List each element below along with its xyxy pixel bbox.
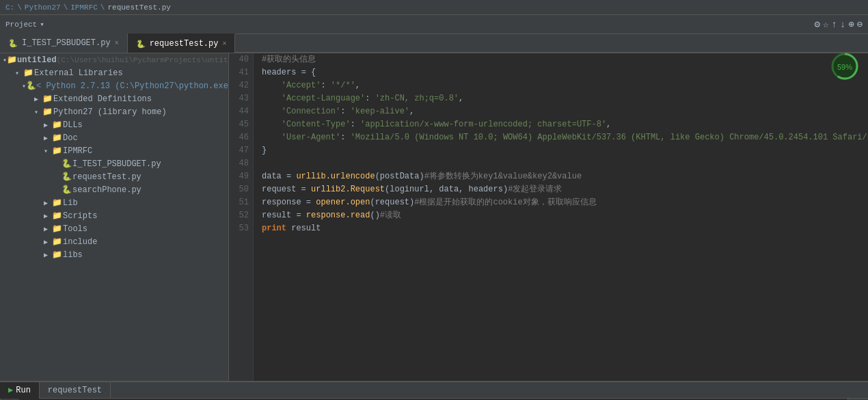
up-arrow-icon[interactable]: ↑ bbox=[831, 19, 837, 30]
python-icon: 🐍 bbox=[26, 81, 36, 91]
sidebar-item-dlls[interactable]: ▶ 📁 DLLs bbox=[0, 118, 228, 131]
project-dropdown[interactable]: Project ▾ bbox=[5, 20, 44, 29]
expand-arrow-external: ▾ bbox=[12, 69, 22, 77]
sidebar-label-ipmrfc: IPMRFC bbox=[63, 146, 92, 156]
chevron-down-icon: ▾ bbox=[40, 20, 44, 29]
py-file-icon-reqtest: 🐍 bbox=[60, 172, 72, 182]
breadcrumb-sep2: \ bbox=[64, 3, 68, 12]
folder-icon-lib: 📁 bbox=[51, 198, 63, 208]
sidebar-label-search: searchPhone.py bbox=[72, 185, 141, 195]
expand-arrow-ipmrfc: ▾ bbox=[41, 147, 51, 155]
tab-i-test-close[interactable]: × bbox=[115, 40, 119, 47]
project-sidebar: ▾ 📁 untitled (C:\Users\huihui\PycharmPro… bbox=[0, 53, 229, 381]
sidebar-label-reqtest: requestTest.py bbox=[72, 172, 141, 182]
main-layout: ▾ 📁 untitled (C:\Users\huihui\PycharmPro… bbox=[0, 53, 868, 381]
sidebar-item-extended-defs[interactable]: ▶ 📁 Extended Definitions bbox=[0, 92, 228, 105]
sidebar-label-python27: < Python 2.7.13 (C:\Python27\python.exe)… bbox=[36, 81, 229, 91]
tab-requesttest-label: requestTest.py bbox=[150, 39, 219, 49]
sidebar-label-dlls: DLLs bbox=[63, 120, 83, 130]
sidebar-item-libs[interactable]: ▶ 📁 libs bbox=[0, 248, 228, 261]
breadcrumb-c: C: bbox=[5, 3, 14, 12]
tab-i-test[interactable]: 🐍 I_TEST_PSBUDGET.py × bbox=[0, 34, 128, 53]
project-label: Project bbox=[5, 21, 37, 29]
expand-arrow-extdefs: ▶ bbox=[31, 95, 41, 103]
bottom-tab-run-label: Run bbox=[16, 386, 31, 395]
breadcrumb-python27: Python27 bbox=[25, 3, 61, 12]
top-breadcrumb: C: \ Python27 \ IPMRFC \ requestTest.py bbox=[0, 0, 868, 15]
sidebar-item-i-test-file[interactable]: ▶ 🐍 I_TEST_PSBUDGET.py bbox=[0, 157, 228, 170]
py-file-icon-itest: 🐍 bbox=[60, 159, 72, 169]
folder-icon-doc: 📁 bbox=[51, 133, 63, 143]
bottom-tab-run[interactable]: ▶ Run bbox=[0, 382, 40, 399]
down-arrow-icon[interactable]: ↓ bbox=[840, 19, 845, 30]
folder-icon-ipmrfc: 📁 bbox=[51, 146, 63, 156]
sidebar-label-doc: Doc bbox=[63, 133, 78, 143]
progress-overlay: 59% bbox=[830, 53, 860, 84]
folder-icon-dlls: 📁 bbox=[51, 120, 63, 130]
code-content: 40 41 42 43 44 45 46 47 48 49 50 51 52 5… bbox=[229, 53, 868, 381]
folder-icon-py27home: 📁 bbox=[41, 107, 53, 117]
sidebar-item-tools[interactable]: ▶ 📁 Tools bbox=[0, 222, 228, 235]
toolbar-actions: ⚙ ☆ ↑ ↓ ⊕ ⊖ bbox=[814, 18, 863, 30]
bottom-tab-requesttest-label: requestTest bbox=[48, 386, 102, 395]
breadcrumb-file: requestTest.py bbox=[107, 3, 170, 12]
sidebar-label-include: include bbox=[63, 237, 97, 247]
main-toolbar: Project ▾ ⚙ ☆ ↑ ↓ ⊕ ⊖ bbox=[0, 15, 868, 34]
tab-requesttest-close[interactable]: × bbox=[222, 40, 226, 48]
sidebar-label-lib: Lib bbox=[63, 198, 78, 208]
tab-requesttest[interactable]: 🐍 requestTest.py × bbox=[128, 34, 236, 53]
sidebar-item-python27-home[interactable]: ▾ 📁 Python27 (library home) bbox=[0, 105, 228, 118]
settings-icon[interactable]: ⚙ bbox=[814, 18, 819, 30]
folder-icon-tools: 📁 bbox=[51, 224, 63, 234]
progress-label: 59% bbox=[837, 63, 852, 71]
sidebar-label-itest: I_TEST_PSBUDGET.py bbox=[72, 159, 161, 169]
folder-icon-scripts: 📁 bbox=[51, 211, 63, 221]
breadcrumb-sep1: \ bbox=[17, 3, 22, 12]
bottom-tab-bar: ▶ Run requestTest bbox=[0, 382, 868, 399]
py-file-icon: 🐍 bbox=[8, 39, 18, 48]
expand-arrow-scripts: ▶ bbox=[41, 212, 51, 220]
sidebar-item-external-libs[interactable]: ▾ 📁 External Libraries bbox=[0, 66, 228, 79]
expand-arrow-lib: ▶ bbox=[41, 199, 51, 207]
sidebar-item-searchphone-file[interactable]: ▶ 🐍 searchPhone.py bbox=[0, 183, 228, 196]
sidebar-item-scripts[interactable]: ▶ 📁 Scripts bbox=[0, 209, 228, 222]
expand-arrow-doc: ▶ bbox=[41, 134, 51, 142]
sidebar-label-untitled-path: (C:\Users\huihui\PycharmProjects\untitl.… bbox=[57, 56, 229, 64]
expand-arrow-dlls: ▶ bbox=[41, 121, 51, 129]
sidebar-item-lib[interactable]: ▶ 📁 Lib bbox=[0, 196, 228, 209]
sidebar-item-doc[interactable]: ▶ 📁 Doc bbox=[0, 131, 228, 144]
star-icon[interactable]: ☆ bbox=[823, 18, 828, 30]
sidebar-label-tools: Tools bbox=[63, 224, 87, 234]
sidebar-label-external: External Libraries bbox=[34, 68, 123, 78]
folder-icon-include: 📁 bbox=[51, 237, 63, 247]
tab-bar: 🐍 I_TEST_PSBUDGET.py × 🐍 requestTest.py … bbox=[0, 34, 868, 53]
sidebar-label-py27home: Python27 (library home) bbox=[53, 107, 167, 117]
run-icon: ▶ bbox=[8, 385, 13, 395]
remove-icon[interactable]: ⊖ bbox=[857, 18, 863, 30]
sidebar-label-libs: libs bbox=[63, 250, 83, 260]
add-icon[interactable]: ⊕ bbox=[848, 18, 854, 30]
sidebar-item-include[interactable]: ▶ 📁 include bbox=[0, 235, 228, 248]
folder-icon-extdefs: 📁 bbox=[41, 94, 53, 104]
expand-arrow-libs: ▶ bbox=[41, 251, 51, 259]
sidebar-label-extdefs: Extended Definitions bbox=[53, 94, 152, 104]
folder-icon-untitled: 📁 bbox=[7, 55, 17, 65]
py-file-icon-search: 🐍 bbox=[60, 185, 72, 195]
folder-icon-libs: 📁 bbox=[51, 250, 63, 260]
sidebar-item-untitled[interactable]: ▾ 📁 untitled (C:\Users\huihui\PycharmPro… bbox=[0, 53, 228, 66]
breadcrumb-sep3: \ bbox=[100, 3, 105, 12]
expand-arrow-include: ▶ bbox=[41, 238, 51, 246]
sidebar-item-requesttest-file[interactable]: ▶ 🐍 requestTest.py bbox=[0, 170, 228, 183]
folder-icon-external: 📁 bbox=[22, 68, 34, 78]
sidebar-item-ipmrfc[interactable]: ▾ 📁 IPMRFC bbox=[0, 144, 228, 157]
line-numbers: 40 41 42 43 44 45 46 47 48 49 50 51 52 5… bbox=[229, 53, 254, 381]
expand-arrow-py27home: ▾ bbox=[31, 108, 41, 116]
progress-circle-svg: 59% bbox=[830, 53, 860, 81]
sidebar-label-scripts: Scripts bbox=[63, 211, 97, 221]
sidebar-item-python27[interactable]: ▾ 🐍 < Python 2.7.13 (C:\Python27\python.… bbox=[0, 79, 228, 92]
bottom-tab-requesttest[interactable]: requestTest bbox=[40, 382, 111, 399]
bottom-panel: ▶ Run requestTest ▶ ⬛ ↑ ↓ ↩ C:\Python27\… bbox=[0, 381, 868, 400]
breadcrumb-ipmrfc: IPMRFC bbox=[70, 3, 98, 12]
py-file-icon-2: 🐍 bbox=[136, 40, 146, 49]
code-editor: 40 41 42 43 44 45 46 47 48 49 50 51 52 5… bbox=[229, 53, 868, 381]
